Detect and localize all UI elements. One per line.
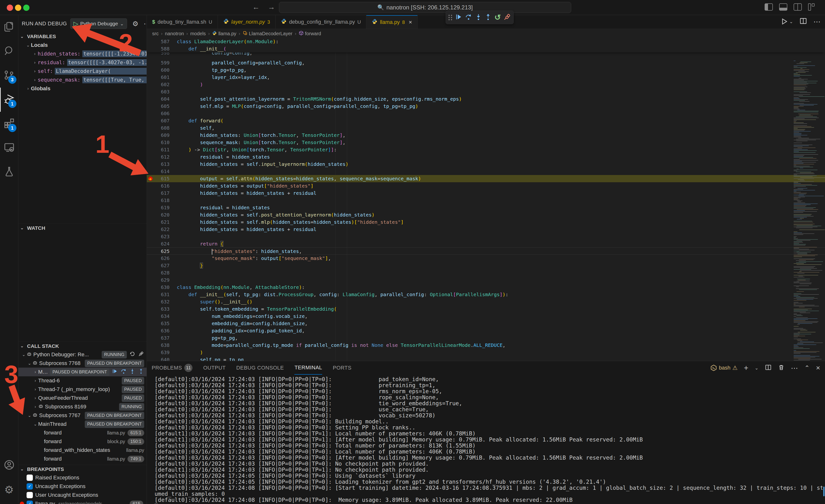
code-text[interactable] <box>177 168 825 175</box>
panel-tab-ports[interactable]: PORTS <box>333 361 352 374</box>
code-text[interactable]: } <box>177 262 825 269</box>
code-text[interactable]: class LlamaDecoderLayer(nn.Module): <box>177 38 825 45</box>
gutter-breakpoint-slot[interactable] <box>147 197 155 204</box>
macos-zoom-button[interactable] <box>23 5 29 11</box>
code-text[interactable]: hidden_states = self.post_attention_laye… <box>177 211 825 219</box>
call-stack-row-thread[interactable]: ›QueueFeederThreadPAUSED <box>18 394 147 402</box>
code-text[interactable]: self, <box>177 124 825 132</box>
code-text[interactable]: embedding_dim=config.hidden_size, <box>177 320 825 327</box>
code-text[interactable]: super().__init__() <box>177 298 825 305</box>
breadcrumb-item[interactable]: models <box>190 31 206 36</box>
close-tab-icon[interactable]: × <box>408 19 412 25</box>
gutter-breakpoint-slot[interactable] <box>147 45 155 53</box>
gutter-breakpoint-slot[interactable] <box>147 356 155 361</box>
gutter-breakpoint-slot[interactable] <box>147 161 155 168</box>
breadcrumb-item[interactable]: nanotron <box>165 31 184 36</box>
gutter-breakpoint-slot[interactable] <box>147 342 155 349</box>
gutter-breakpoint-slot[interactable] <box>147 327 155 334</box>
call-stack-row-thread[interactable]: ›Thread-6PAUSED <box>18 376 147 385</box>
code-text[interactable] <box>177 233 825 240</box>
gutter-breakpoint-slot[interactable] <box>147 38 155 45</box>
gutter-breakpoint-slot[interactable] <box>147 276 155 283</box>
gutter-breakpoint-slot[interactable] <box>147 182 155 189</box>
call-stack-row-frame[interactable]: forwardblock.py150:1 <box>18 437 147 446</box>
code-line-638[interactable]: 638 mode=parallel_config.tp_mode if para… <box>147 342 825 349</box>
breadcrumb-item[interactable]: llama.py <box>212 31 236 37</box>
tab-layer_norm.py[interactable]: layer_norm.py3 <box>218 15 276 29</box>
code-text[interactable]: config=config, <box>177 53 825 57</box>
gutter-breakpoint-slot[interactable] <box>147 313 155 320</box>
activity-item-extensions[interactable]: 1 <box>0 112 18 136</box>
maximize-panel-icon[interactable]: ⌃ <box>805 364 810 372</box>
breakpoint-checkbox[interactable] <box>26 475 33 481</box>
command-center-search[interactable]: 🔍 nanotron [SSH: 206.125.129.213] <box>279 2 571 13</box>
gutter-breakpoint-slot[interactable] <box>147 248 155 254</box>
restart-icon[interactable] <box>129 351 136 358</box>
breakpoint-checkbox[interactable]: ✓ <box>26 483 33 490</box>
sticky-scroll[interactable]: 587class LlamaDecoderLayer(nn.Module):58… <box>147 38 825 53</box>
gutter-breakpoint-slot[interactable] <box>147 110 155 117</box>
code-text[interactable] <box>177 269 825 276</box>
code-line-613[interactable]: 613 hidden_states = self.input_layernorm… <box>147 161 825 168</box>
stepover-icon[interactable] <box>121 368 127 376</box>
restart-button[interactable]: ↺ <box>495 13 501 22</box>
gutter-breakpoint-slot[interactable] <box>147 349 155 356</box>
call-stack-row-frame[interactable]: forwardllama.py615:1 <box>18 428 147 437</box>
activity-item-remote-explorer[interactable] <box>0 136 18 160</box>
code-line-640[interactable]: 640 self.pg = tp_pg <box>147 356 825 361</box>
code-line-629[interactable]: 629 <box>147 276 825 283</box>
tab-llama.py[interactable]: llama.py8× <box>366 15 418 29</box>
breadcrumb-item[interactable]: forward <box>299 31 321 37</box>
gutter-breakpoint-slot[interactable] <box>147 132 155 139</box>
breadcrumb-item[interactable]: LlamaDecoderLayer <box>243 31 293 37</box>
gutter-breakpoint-slot[interactable] <box>147 219 155 226</box>
globals-scope-row[interactable]: › Globals <box>18 84 147 93</box>
code-text[interactable]: sequence_mask: Union[torch.Tensor, Tenso… <box>177 139 825 146</box>
code-text[interactable]: pg=tp_pg, <box>177 334 825 342</box>
gutter-breakpoint-slot[interactable] <box>147 124 155 132</box>
more-actions-icon[interactable]: ⋯ <box>813 17 821 26</box>
code-line-617[interactable]: 617 hidden_states = hidden_states + resi… <box>147 189 825 197</box>
code-text[interactable]: class Embedding(nn.Module, AttachableSto… <box>177 283 825 291</box>
code-text[interactable]: hidden_states = self.mlp(hidden_states=h… <box>177 219 825 226</box>
code-text[interactable]: self.mlp = MLP(config=config, parallel_c… <box>177 103 825 110</box>
code-line-628[interactable]: 628 <box>147 269 825 276</box>
stepout-icon[interactable] <box>138 368 144 376</box>
code-text[interactable]: num_embeddings=config.vocab_size, <box>177 313 825 320</box>
start-debug-icon[interactable]: ▷ <box>73 20 78 27</box>
code-line-634[interactable]: 634 num_embeddings=config.vocab_size, <box>147 313 825 320</box>
code-line-608[interactable]: 608 self, <box>147 124 825 132</box>
step-over-button[interactable] <box>465 13 472 21</box>
step-out-button[interactable] <box>484 13 492 21</box>
call-stack-row-proc[interactable]: ⌄Subprocess 7767PAUSED ON BREAKPOINT <box>18 411 147 420</box>
nav-back-icon[interactable]: ← <box>252 3 259 11</box>
code-text[interactable]: self.pg = tp_pg <box>177 356 825 361</box>
code-line-610[interactable]: 610 sequence_mask: Union[torch.Tensor, T… <box>147 139 825 146</box>
gutter-breakpoint-slot[interactable] <box>147 320 155 327</box>
activity-item-explorer[interactable] <box>0 15 18 39</box>
code-line-605[interactable]: 605 self.mlp = MLP(config=config, parall… <box>147 103 825 110</box>
gutter-breakpoint-slot[interactable] <box>147 59 155 66</box>
breakpoint-row[interactable]: ✓Uncaught Exceptions <box>18 482 147 491</box>
stepinto-icon[interactable] <box>129 368 136 376</box>
code-line-625[interactable]: 625 "hidden_states": hidden_states, <box>147 247 825 255</box>
terminal-instance-tab[interactable]: bash ⚠ <box>710 364 738 371</box>
gutter-breakpoint-slot[interactable] <box>147 226 155 233</box>
code-line-624[interactable]: 624 return { <box>147 240 825 247</box>
gutter-breakpoint-slot[interactable] <box>147 262 155 269</box>
panel-tab-problems[interactable]: PROBLEMS11 <box>152 361 193 374</box>
call-stack-row-proc[interactable]: ›Subprocess 8169RUNNING <box>18 402 147 411</box>
code-line-633[interactable]: 633 self.token_embedding = TensorParalle… <box>147 305 825 313</box>
accounts-button[interactable] <box>0 453 18 478</box>
code-line-615[interactable]: ➔615 output = self.attn(hidden_states=hi… <box>147 175 825 182</box>
code-line-631[interactable]: 631 def __init__(self, tp_pg: dist.Proce… <box>147 291 825 298</box>
code-text[interactable]: ) <box>177 349 825 356</box>
gutter-breakpoint-slot[interactable] <box>147 305 155 313</box>
code-line-636[interactable]: 636 padding_idx=config.pad_token_id, <box>147 327 825 334</box>
code-line-599[interactable]: 599 parallel_config=parallel_config, <box>147 59 825 66</box>
disconnect-icon[interactable] <box>138 351 144 358</box>
terminal-scrollbar[interactable] <box>823 487 825 496</box>
code-line-632[interactable]: 632 super().__init__() <box>147 298 825 305</box>
gutter-breakpoint-slot[interactable] <box>147 211 155 219</box>
kill-terminal-icon[interactable] <box>778 364 785 372</box>
